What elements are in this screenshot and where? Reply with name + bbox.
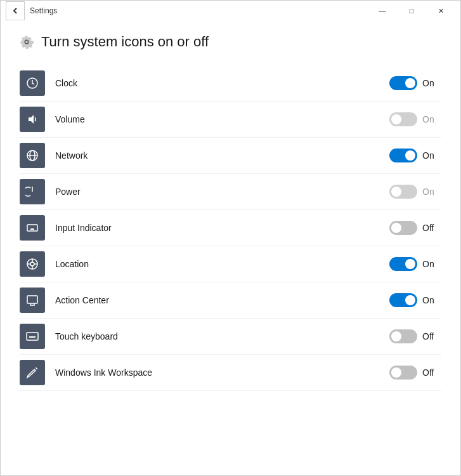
toggle-thumb-touch-keyboard [391, 331, 401, 341]
back-button[interactable] [6, 1, 25, 20]
toggle-thumb-action-center [405, 295, 415, 305]
setting-row-action-center: Action Center On [20, 282, 441, 319]
toggle-label-volume: On [422, 114, 441, 124]
icon-input [20, 215, 45, 241]
settings-window: Settings — □ ✕ Turn system icons on or o… [0, 0, 461, 476]
title-bar: Settings — □ ✕ [1, 1, 460, 21]
toggle-container-touch-keyboard: Off [389, 329, 441, 343]
svg-marker-1 [29, 115, 34, 124]
setting-name-power: Power [55, 187, 389, 197]
setting-row-clock: Clock On [20, 65, 441, 102]
setting-row-network: Network On [20, 138, 441, 174]
toggle-thumb-windows-ink [391, 367, 401, 378]
toggle-volume[interactable] [389, 112, 417, 126]
toggle-track-power [389, 185, 417, 199]
toggle-touch-keyboard[interactable] [389, 329, 417, 343]
toggle-thumb-power [391, 187, 401, 197]
toggle-action-center[interactable] [389, 293, 417, 307]
setting-row-location: Location On [20, 246, 441, 282]
toggle-label-power: On [422, 187, 441, 197]
toggle-container-windows-ink: Off [389, 366, 441, 380]
toggle-clock[interactable] [389, 76, 417, 90]
toggle-track-volume [389, 112, 417, 126]
toggle-windows-ink[interactable] [389, 366, 417, 380]
restore-button[interactable]: □ [397, 1, 426, 21]
icon-ink [20, 360, 45, 385]
toggle-label-clock: On [422, 78, 441, 88]
toggle-location[interactable] [389, 257, 417, 271]
svg-rect-18 [27, 296, 37, 303]
setting-name-location: Location [55, 259, 389, 269]
setting-name-windows-ink: Windows Ink Workspace [55, 367, 389, 378]
toggle-thumb-location [405, 259, 415, 269]
settings-list: Clock On Volume On Network [20, 65, 441, 391]
toggle-label-location: On [422, 259, 441, 269]
page-title: Turn system icons on or off [41, 34, 209, 50]
setting-name-action-center: Action Center [55, 295, 389, 305]
icon-touch-keyboard [20, 324, 45, 349]
toggle-label-action-center: On [422, 295, 441, 305]
toggle-track-clock [389, 76, 417, 90]
setting-name-network: Network [55, 150, 389, 161]
setting-row-power: Power On [20, 174, 441, 210]
toggle-label-touch-keyboard: Off [422, 331, 441, 341]
icon-location [20, 251, 45, 277]
setting-name-volume: Volume [55, 114, 389, 124]
toggle-container-input-indicator: Off [389, 221, 441, 235]
setting-row-touch-keyboard: Touch keyboard Off [20, 319, 441, 355]
toggle-network[interactable] [389, 149, 417, 162]
toggle-track-input-indicator [389, 221, 417, 235]
icon-network [20, 143, 45, 168]
toggle-container-clock: On [389, 76, 441, 90]
toggle-power[interactable] [389, 185, 417, 199]
icon-action-center [20, 288, 45, 313]
content-area: Turn system icons on or off Clock On Vol… [1, 21, 460, 475]
icon-power [20, 179, 45, 204]
toggle-input-indicator[interactable] [389, 221, 417, 235]
setting-name-clock: Clock [55, 78, 389, 88]
toggle-thumb-input-indicator [391, 223, 401, 233]
toggle-container-location: On [389, 257, 441, 271]
toggle-track-touch-keyboard [389, 329, 417, 343]
icon-volume [20, 107, 45, 132]
window-controls: — □ ✕ [368, 1, 455, 21]
setting-row-input-indicator: Input Indicator Off [20, 210, 441, 246]
toggle-track-location [389, 257, 417, 271]
page-header: Turn system icons on or off [20, 34, 441, 50]
svg-line-26 [36, 367, 37, 369]
toggle-thumb-clock [405, 78, 415, 88]
setting-row-windows-ink: Windows Ink Workspace Off [20, 355, 441, 391]
minimize-button[interactable]: — [368, 1, 397, 21]
toggle-track-action-center [389, 293, 417, 307]
gear-icon [20, 35, 34, 49]
icon-clock [20, 70, 45, 96]
setting-name-touch-keyboard: Touch keyboard [55, 331, 389, 341]
setting-row-volume: Volume On [20, 102, 441, 138]
toggle-container-action-center: On [389, 293, 441, 307]
close-button[interactable]: ✕ [426, 1, 455, 21]
toggle-container-network: On [389, 149, 441, 162]
toggle-thumb-network [405, 150, 415, 161]
toggle-label-network: On [422, 150, 441, 161]
svg-rect-6 [27, 225, 37, 231]
toggle-container-volume: On [389, 112, 441, 126]
toggle-label-input-indicator: Off [422, 223, 441, 233]
svg-point-13 [30, 262, 34, 266]
toggle-thumb-volume [391, 114, 401, 124]
toggle-label-windows-ink: Off [422, 367, 441, 378]
setting-name-input-indicator: Input Indicator [55, 223, 389, 233]
toggle-track-network [389, 149, 417, 162]
toggle-track-windows-ink [389, 366, 417, 380]
toggle-container-power: On [389, 185, 441, 199]
title-bar-text: Settings [30, 6, 368, 15]
